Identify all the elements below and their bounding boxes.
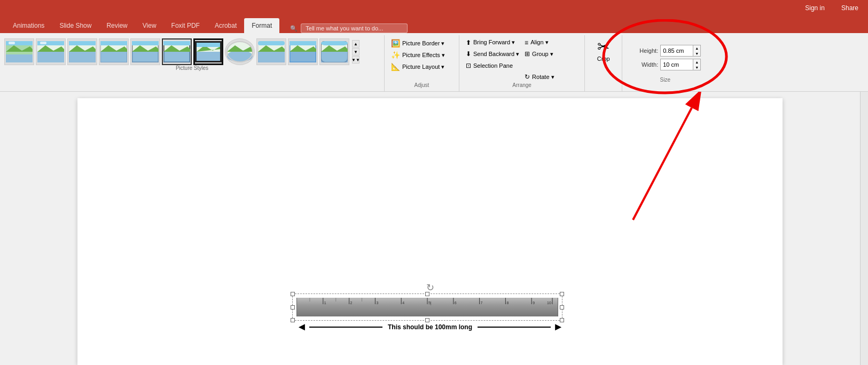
handle-w[interactable] [291,305,295,310]
picture-effects-icon: ✨ [391,51,400,59]
pic-style-4[interactable] [99,38,129,65]
handle-ne[interactable] [560,292,564,296]
annotation-text: This should be 100mm long [385,323,475,331]
height-down-btn[interactable]: ▼ [693,51,700,56]
scroll-up-btn[interactable]: ▲ [352,40,359,47]
width-input[interactable] [661,61,693,68]
tab-foxitpdf[interactable]: Foxit PDF [164,18,207,33]
pic-style-5[interactable] [130,38,160,65]
height-input[interactable] [661,47,693,54]
width-spinner: ▲ ▼ [693,59,700,70]
picture-styles-label: Picture Styles [4,65,380,72]
landscape-thumb-1 [6,41,33,62]
handle-se[interactable] [560,318,564,322]
tab-slideshow[interactable]: Slide Show [52,18,99,33]
selection-wrapper: 1 2 3 4 5| 6 7 [296,298,558,316]
slide-object[interactable]: ↻ [296,282,564,333]
width-row: Width: ▲ ▼ [629,59,701,70]
pic-style-7[interactable] [193,38,223,65]
width-up-btn[interactable]: ▲ [693,59,700,65]
align-button[interactable]: ≡ Align ▾ [522,37,580,48]
share-button[interactable]: Share [837,3,863,13]
handle-s[interactable] [425,318,429,322]
scroll-down-btn[interactable]: ▼ [352,48,359,55]
svg-rect-18 [100,41,127,45]
search-input[interactable] [301,23,408,33]
height-spinner: ▲ ▼ [693,45,700,56]
annotation-row: ◄ This should be 100mm long ► [296,321,564,333]
svg-rect-43 [290,41,316,45]
bring-forward-button[interactable]: ⬆ Bring Forward ▾ [464,37,521,48]
landscape-thumb-10 [290,41,316,62]
width-label: Width: [629,61,658,68]
svg-rect-39 [258,41,285,45]
pic-style-3[interactable] [67,38,97,65]
handle-nw[interactable] [291,292,295,296]
handle-sw[interactable] [291,318,295,322]
selection-pane-button[interactable]: ⊡ Selection Pane [464,60,580,71]
group-button[interactable]: ⊞ Group ▾ [522,49,580,60]
slide-canvas[interactable]: ↻ [0,92,860,365]
arrow-line-left [309,327,382,328]
picture-border-icon: 🖼️ [391,39,400,47]
align-icon: ≡ [525,39,528,46]
ribbon-tabs: Animations Slide Show Review View Foxit … [0,16,868,33]
tab-animations[interactable]: Animations [5,18,52,33]
ribbon: ▲ ▼ ▼▼ Picture Styles 🖼️ Picture Border … [0,33,868,92]
landscape-thumb-6 [163,41,190,62]
picture-effects-button[interactable]: ✨ Picture Effects ▾ [389,49,455,61]
pic-style-1[interactable] [4,38,34,65]
group-icon: ⊞ [525,50,530,58]
landscape-thumb-11 [321,41,348,62]
adjust-label: Adjust [389,82,455,89]
handle-e[interactable] [560,305,564,310]
pic-style-6[interactable] [162,38,192,65]
landscape-thumb-3 [69,41,96,62]
arrow-line-right [478,327,551,328]
selection-pane-icon: ⊡ [466,62,471,69]
crop-label: Crop [597,55,610,62]
size-section-wrapper: Height: ▲ ▼ Width: ▲ ▼ [622,35,708,91]
tab-format[interactable]: Format [244,18,279,33]
landscape-thumb-4 [100,41,127,62]
crop-icon: ✂ [597,39,609,54]
height-row: Height: ▲ ▼ [629,45,701,57]
height-up-btn[interactable]: ▲ [693,45,700,51]
width-down-btn[interactable]: ▼ [693,65,700,70]
tab-view[interactable]: View [135,18,164,33]
svg-text:4: 4 [402,301,404,305]
pic-style-8[interactable] [225,38,255,65]
signin-button[interactable]: Sign in [801,3,829,13]
svg-rect-26 [163,41,190,45]
rotate-button[interactable]: ↻ Rotate ▾ [522,72,580,83]
landscape-thumb-5 [132,41,159,62]
svg-rect-37 [258,52,285,62]
pic-style-11[interactable] [319,38,349,65]
bring-forward-icon: ⬆ [466,39,471,46]
picture-border-button[interactable]: 🖼️ Picture Border ▾ [389,37,455,49]
svg-rect-24 [163,52,190,62]
right-scrollbar[interactable] [860,92,868,365]
arrange-section: ⬆ Bring Forward ▾ ≡ Align ▾ ⬇ Send Backw… [459,35,585,91]
crop-button[interactable]: ✂ Crop [595,37,612,89]
pic-style-2[interactable] [36,38,66,65]
rotate-icon: ↻ [525,73,530,81]
svg-text:7: 7 [481,301,483,305]
height-label: Height: [629,47,658,54]
svg-rect-20 [132,52,159,62]
pic-style-9[interactable] [256,38,286,65]
picture-layout-icon: 📐 [391,62,400,71]
send-backward-icon: ⬇ [466,50,471,58]
send-backward-button[interactable]: ⬇ Send Backward ▾ [464,49,521,60]
handle-n[interactable] [425,292,429,296]
picture-layout-button[interactable]: 📐 Picture Layout ▾ [389,61,455,73]
scroll-more-btn[interactable]: ▼▼ [352,56,359,64]
tab-acrobat[interactable]: Acrobat [207,18,244,33]
tab-review[interactable]: Review [99,18,135,33]
pic-style-10[interactable] [288,38,318,65]
landscape-thumb-9 [258,41,285,62]
width-input-wrap: ▲ ▼ [660,59,701,70]
ruler-svg: 1 2 3 4 5| 6 7 [297,298,558,316]
slide-page: ↻ [77,98,783,365]
svg-text:3: 3 [376,301,378,305]
